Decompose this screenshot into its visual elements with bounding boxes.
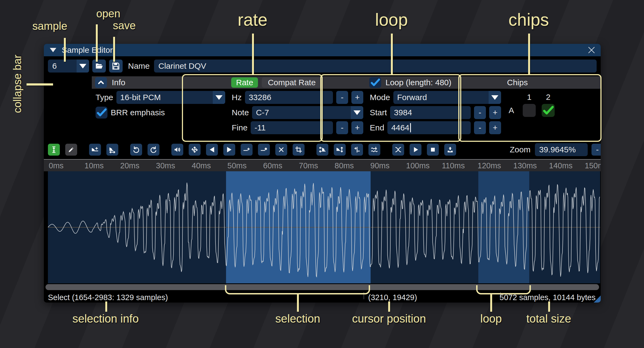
crossfade-icon [394, 146, 402, 153]
annotation-line-loop-bottom [490, 294, 492, 312]
tool-invert-button[interactable] [334, 144, 346, 156]
tool-fade-in-button[interactable] [206, 144, 218, 156]
draw-icon [67, 146, 75, 153]
annotation-box-rate [182, 74, 323, 142]
ruler-label: 70ms [299, 161, 318, 170]
tool-filter-button[interactable] [368, 144, 380, 156]
ruler-label: 80ms [335, 161, 354, 170]
ruler-label: 0ms [49, 161, 64, 170]
annotation-bracket-selection [225, 285, 370, 294]
tool-amplify-button[interactable] [171, 144, 183, 156]
annotation-line-total-size [548, 301, 550, 312]
window-collapse-icon[interactable] [50, 48, 56, 52]
ruler-label: 140ms [549, 161, 573, 170]
zoom-out-button[interactable]: - [591, 144, 601, 156]
trim-icon [295, 146, 302, 153]
ruler-label: 120ms [478, 161, 501, 170]
waveform-svg [48, 171, 600, 283]
undo-icon [132, 146, 140, 153]
info-panel-title: Info [112, 78, 125, 87]
ruler-label: 100ms [406, 161, 430, 170]
annotation-bracket-loop [476, 285, 531, 294]
annotation-line-loop [391, 34, 393, 75]
close-button[interactable] [587, 45, 596, 55]
tool-reverse-button[interactable] [316, 144, 328, 156]
tool-resample-button[interactable] [106, 144, 118, 156]
resize-grip[interactable] [594, 296, 601, 303]
cursor-position-text: (3210, 19429) [368, 293, 417, 302]
brr-emphasis-checkbox[interactable] [96, 107, 107, 119]
tool-trim-button[interactable] [293, 144, 305, 156]
save-button[interactable] [109, 60, 123, 73]
annotation-line-collapse-bar [27, 83, 53, 86]
tool-apply-silence-button[interactable] [258, 144, 270, 156]
sign-icon [353, 146, 361, 153]
annotation-rate: rate [238, 10, 267, 30]
zoom-input[interactable]: 39.9645% [535, 143, 588, 156]
delete-icon [277, 146, 285, 153]
annotation-selection: selection [275, 312, 320, 325]
type-label: Type [96, 93, 113, 102]
window-title: Sample Editor [62, 45, 113, 55]
tool-normalize-button[interactable] [189, 144, 201, 156]
tool-crossfade-button[interactable] [392, 144, 404, 156]
ruler-label: 10ms [84, 161, 104, 170]
tool-upload-button[interactable] [444, 144, 456, 156]
annotation-line-selection-info [105, 301, 107, 312]
annotation-loop-bottom: loop [480, 312, 502, 325]
redo-icon [150, 146, 157, 153]
annotation-line-selection [297, 294, 299, 312]
annotation-line-chips [528, 34, 530, 75]
annotation-collapse-bar: collapse bar [11, 55, 24, 113]
annotation-total-size: total size [526, 312, 571, 325]
waveform-display[interactable] [48, 171, 600, 283]
sample-number-value: 6 [48, 60, 77, 73]
insert-silence-icon [243, 146, 250, 153]
chevron-up-icon [97, 79, 105, 86]
save-floppy-icon [112, 62, 120, 70]
tool-undo-button[interactable] [130, 144, 142, 156]
tool-fade-out-button[interactable] [223, 144, 235, 156]
open-button[interactable] [92, 60, 106, 73]
tool-play-preview-button[interactable] [410, 144, 421, 156]
sample-row: 6 Name Clarinet DQV [48, 60, 597, 73]
tool-sign-button[interactable] [351, 144, 363, 156]
tool-select-button[interactable] [48, 144, 60, 156]
name-input[interactable]: Clarinet DQV [154, 60, 597, 73]
invert-icon [336, 146, 344, 153]
open-folder-icon [95, 62, 103, 70]
annotation-save: save [113, 19, 136, 32]
name-label: Name [128, 61, 150, 71]
annotation-selection-info: selection info [72, 312, 139, 325]
ruler-label: 60ms [263, 161, 282, 170]
tool-draw-button[interactable] [65, 144, 77, 156]
sample-number-select[interactable]: 6 [48, 60, 89, 73]
zoom-label: Zoom [510, 145, 531, 154]
annotation-line-cursor [388, 301, 390, 312]
annotation-line-open [96, 24, 98, 62]
ruler-label: 50ms [227, 161, 247, 170]
ruler-label: 30ms [156, 161, 175, 170]
stop-preview-icon [429, 146, 437, 153]
upload-icon [446, 146, 454, 153]
annotation-box-loop [320, 74, 461, 142]
annotation-box-chips [458, 74, 601, 142]
tool-stop-preview-button[interactable] [427, 144, 439, 156]
check-icon [96, 107, 107, 118]
annotation-loop: loop [375, 10, 408, 30]
fade-out-icon [225, 146, 233, 153]
tool-redo-button[interactable] [148, 144, 159, 156]
selection-info-text: Select (1654-2983: 1329 samples) [48, 293, 168, 302]
annotation-line-save [113, 37, 115, 62]
tool-insert-silence-button[interactable] [241, 144, 253, 156]
resize-icon [91, 146, 99, 153]
chevron-down-icon [77, 60, 89, 73]
play-preview-icon [412, 146, 419, 153]
annotation-cursor-position: cursor position [352, 312, 426, 325]
annotation-line-sample [64, 38, 66, 62]
tool-resize-button[interactable] [89, 144, 101, 156]
apply-silence-icon [260, 146, 268, 153]
ruler-label: 130ms [513, 161, 537, 170]
tool-delete-button[interactable] [275, 144, 287, 156]
collapse-bar-button[interactable] [95, 77, 107, 88]
